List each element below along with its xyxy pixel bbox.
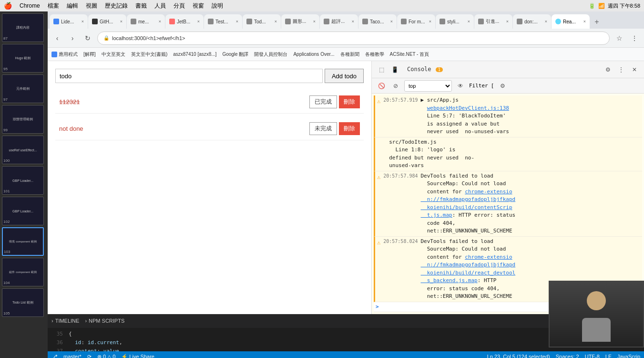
tab-figure[interactable]: 圖形... × (281, 14, 319, 29)
bookmark-zh-en[interactable]: 中文至英文 (102, 51, 125, 58)
menubar-bookmarks[interactable]: 書籤 (135, 2, 147, 10)
bookmark-devtools[interactable]: 開發人員控制台 (254, 51, 287, 58)
sync-icon[interactable]: ⟳ (87, 354, 92, 358)
bookmark-apps[interactable]: 應用程式 (51, 51, 78, 58)
tab-doi-close[interactable]: × (506, 19, 509, 24)
todo-item-2-delete-button[interactable]: 刪除 (339, 122, 360, 135)
back-button[interactable]: ‹ (51, 32, 63, 44)
tab-figure-favicon (285, 19, 291, 24)
tab-tod-close[interactable]: × (275, 19, 277, 24)
reload-button[interactable]: ↻ (82, 32, 93, 44)
menubar-file[interactable]: 檔案 (48, 2, 59, 10)
bookmark-aszx[interactable]: aszx87410 [aszx8...] (173, 52, 216, 57)
bookmark-edu[interactable]: 各種教學 (365, 51, 384, 58)
slide-99[interactable]: 狀態管理範例 99 (2, 105, 44, 134)
tab-figure-close[interactable]: × (313, 19, 316, 24)
tab-don-close[interactable]: × (545, 19, 547, 24)
slide-95[interactable]: Hugo 範例 95 (2, 44, 44, 73)
tab-rea[interactable]: Rea... × (552, 14, 590, 29)
devtools-close-icon[interactable]: ✕ (629, 64, 640, 75)
devtools-gear-icon[interactable]: ⚙ (602, 64, 613, 75)
slide-105[interactable]: Todo List 範例 105 (2, 288, 44, 317)
tab-form[interactable]: For m... × (397, 14, 435, 29)
tab-test[interactable]: Test... × (204, 14, 242, 29)
todo-item-1-delete-button[interactable]: 刪除 (339, 95, 360, 108)
bookmark-en-zh[interactable]: 英文至中文(書籤) (131, 51, 168, 58)
slide-103[interactable]: 情境 component 範例 103 (2, 227, 44, 256)
tab-jetb[interactable]: JetB... × (165, 14, 204, 29)
errors-count[interactable]: ⊗ 0 △ 0 (97, 354, 115, 358)
menubar-window[interactable]: 視窗 (193, 2, 204, 10)
tab-chao[interactable]: 超評... × (320, 14, 358, 29)
bookmark-news[interactable]: 各種新聞 (340, 51, 359, 58)
address-bar[interactable]: 🔒 localhost:3000/<h1>efwef</h1> (97, 32, 610, 45)
devtools-preserve-icon[interactable]: ⊘ (390, 80, 401, 92)
tab-style[interactable]: styli... × (436, 14, 474, 29)
bookmark-acsite[interactable]: ACSite.NET - 首頁 (390, 51, 429, 58)
settings-button[interactable]: ⋮ (629, 32, 640, 44)
panel-tab-npm[interactable]: › NPM SCRIPTS (85, 315, 124, 328)
tab-don-label: don:... (524, 19, 538, 24)
webcam-overlay (549, 281, 644, 347)
menubar-chrome[interactable]: Chrome (20, 2, 40, 9)
tab-chao-close[interactable]: × (352, 19, 354, 24)
tab-form-close[interactable]: × (429, 19, 431, 24)
devtools-tab-console[interactable]: Console 1 (402, 64, 448, 75)
context-select[interactable]: top (404, 80, 452, 92)
slide-100[interactable]: useRef useEffect... 100 (2, 136, 44, 164)
new-tab-button[interactable]: + (590, 15, 603, 29)
slide-104[interactable]: 組件 component 範例 104 (2, 258, 44, 286)
tab-me-close[interactable]: × (159, 19, 161, 24)
panel-tab-timeline[interactable]: › TIMELINE (51, 315, 79, 328)
cursor-position: Ln 23, Col 5 (124 selected) (487, 354, 550, 358)
language-indicator[interactable]: JavaScrip (617, 354, 640, 358)
tab-test-close[interactable]: × (236, 19, 238, 24)
tab-don[interactable]: don:... × (513, 14, 551, 29)
todo-item-1-done-button[interactable]: 已完成 (309, 95, 337, 108)
tab-lide[interactable]: Lide... × (50, 14, 88, 29)
devtools-more-icon[interactable]: ⋮ (615, 64, 627, 75)
menubar-view[interactable]: 視圖 (86, 2, 97, 10)
devtools-settings2-icon[interactable]: ⚙ (497, 80, 508, 92)
menubar-people[interactable]: 人員 (154, 2, 166, 10)
todo-input[interactable] (55, 69, 323, 83)
slide-102[interactable]: GBP Loader... 102 (2, 197, 44, 225)
devtools-clear-icon[interactable]: 🚫 (376, 80, 387, 92)
tab-github[interactable]: GitH... × (88, 14, 126, 29)
bookmark-news-label: 各種新聞 (340, 51, 359, 58)
tab-jetb-close[interactable]: × (197, 19, 200, 24)
devtools-eye-icon[interactable]: 👁 (455, 80, 466, 92)
forward-button[interactable]: › (67, 32, 78, 44)
git-branch[interactable]: master* (63, 354, 82, 358)
console-link-4[interactable]: chrome-extensio n://fmkadmapgofadopljbjf… (420, 254, 515, 284)
menubar-tabs[interactable]: 分頁 (174, 2, 185, 10)
warn-icon-1: ⚠ (377, 97, 380, 105)
apple-menu[interactable]: 🍎 (4, 2, 12, 10)
slide-97[interactable]: 元件範例 97 (2, 74, 44, 103)
todo-item-2-done-button[interactable]: 未完成 (309, 122, 337, 135)
console-link-1[interactable]: webpackHotDevClient.js:138 (427, 105, 509, 111)
menubar-edit[interactable]: 編輯 (67, 2, 78, 10)
tab-style-close[interactable]: × (468, 19, 470, 24)
menubar-help[interactable]: 說明 (212, 2, 223, 10)
bookmark-star[interactable]: ☆ (613, 32, 625, 44)
tab-lide-close[interactable]: × (82, 19, 84, 24)
tab-me[interactable]: me... × (127, 14, 165, 29)
devtools-inspect-icon[interactable]: ⬚ (376, 64, 387, 75)
tab-github-close[interactable]: × (120, 19, 123, 24)
tab-taco[interactable]: Taco... × (358, 14, 397, 29)
devtools-device-icon[interactable]: 📱 (389, 64, 400, 75)
tab-rea-close[interactable]: × (583, 19, 586, 24)
console-link-3[interactable]: chrome-extensio n://fmkadmapgofadopljbjf… (420, 189, 515, 219)
tab-doi[interactable]: 引進... × (474, 14, 512, 29)
add-todo-button[interactable]: Add todo (325, 69, 364, 83)
menubar-history[interactable]: 歷史記錄 (105, 2, 128, 10)
tab-taco-close[interactable]: × (390, 19, 393, 24)
bookmark-applications[interactable]: Applications Over... (293, 52, 334, 57)
slide-101[interactable]: GBP Loader... 101 (2, 166, 44, 195)
tab-tod[interactable]: Tod... × (243, 14, 281, 29)
bookmark-explain[interactable]: [解釋] (83, 51, 96, 58)
slide-87[interactable]: 課程內容 87 (2, 13, 44, 42)
bookmark-google-translate[interactable]: Google 翻譯 (222, 51, 248, 58)
liveshare-button[interactable]: ⚡ Live Share (121, 354, 154, 358)
